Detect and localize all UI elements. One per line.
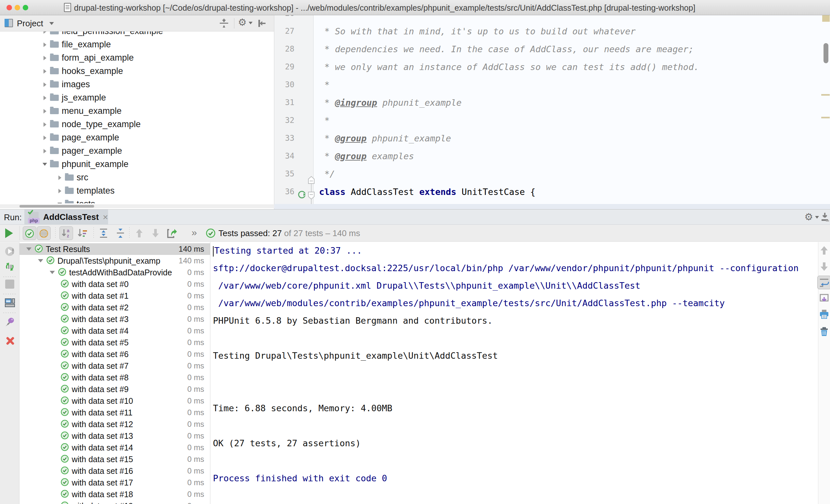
test-tree-row[interactable]: with data set #120 ms [20, 418, 210, 430]
minimize-window-icon[interactable] [14, 5, 20, 10]
test-tree-row[interactable]: with data set #130 ms [20, 430, 210, 442]
editor-line-26[interactable]: 26 [274, 15, 830, 22]
project-tree-item-page_example[interactable]: page_example [0, 131, 274, 144]
project-tree-item-menu_example[interactable]: menu_example [0, 104, 274, 118]
project-tree-item-images[interactable]: images [0, 78, 274, 91]
test-tree-row[interactable]: with data set #70 ms [20, 360, 210, 372]
chevron-down-icon[interactable] [49, 22, 54, 25]
chevron-right-icon[interactable] [41, 56, 49, 60]
soft-wrap-icon[interactable] [819, 277, 829, 288]
test-tree-row[interactable]: with data set #60 ms [20, 348, 210, 360]
chevron-right-icon[interactable] [41, 96, 49, 100]
chevron-right-icon[interactable] [56, 189, 64, 193]
test-tree-row[interactable]: with data set #140 ms [20, 442, 210, 453]
chevron-right-icon[interactable] [41, 69, 49, 74]
test-tree-row[interactable]: with data set #150 ms [20, 453, 210, 465]
scroll-down-icon[interactable] [819, 261, 829, 272]
sort-alphabetically-toggle[interactable]: a z [59, 226, 73, 240]
project-tree-item-hooks_example[interactable]: hooks_example [0, 65, 274, 78]
editor-line-36[interactable]: 36class AddClassTest extends UnitTestCas… [274, 183, 830, 201]
restore-layout-icon[interactable] [4, 297, 15, 308]
test-tree-row[interactable]: with data set #00 ms [20, 278, 210, 290]
test-tree-row[interactable]: with data set #20 ms [20, 302, 210, 313]
rerun-icon[interactable] [4, 261, 15, 272]
test-tree-row[interactable]: testAddWithBadDataProvide0 ms [20, 267, 210, 278]
project-tree-item-src[interactable]: src [0, 171, 274, 184]
run-tab-addclasstest[interactable]: php AddClassTest × [24, 209, 108, 225]
test-tree-row[interactable]: with data set #90 ms [20, 383, 210, 395]
project-tree-item-form_api_example[interactable]: form_api_example [0, 51, 274, 65]
next-failed-test-button[interactable] [149, 226, 162, 240]
import-test-results-button[interactable] [165, 226, 179, 240]
close-window-icon[interactable] [6, 5, 12, 10]
console-output[interactable]: Testing started at 20:37 ...sftp://docke… [211, 242, 818, 504]
project-tree-item-templates[interactable]: templates [0, 184, 274, 198]
collapse-all-icon[interactable] [219, 18, 229, 29]
editor-scrollbar-thumb[interactable] [824, 43, 828, 63]
editor-line-30[interactable]: 30 * [274, 76, 830, 94]
scrollbar-thumb[interactable] [20, 205, 94, 208]
test-tree-row[interactable]: with data set #30 ms [20, 313, 210, 325]
show-ignored-toggle[interactable] [37, 226, 51, 240]
test-tree-row[interactable]: with data set #80 ms [20, 372, 210, 383]
test-tree-row[interactable]: with data set #10 ms [20, 290, 210, 302]
chevron-right-icon[interactable] [41, 149, 49, 154]
hide-panel-icon[interactable] [819, 211, 830, 223]
editor-line-29[interactable]: 29 * we only want an instance of AddClas… [274, 58, 830, 76]
rerun-button[interactable] [5, 228, 13, 238]
project-tree-item-file_example[interactable]: file_example [0, 38, 274, 51]
pin-tab-icon[interactable] [4, 316, 15, 328]
chevron-right-icon[interactable] [41, 122, 49, 127]
print-icon[interactable] [819, 309, 829, 320]
chevron-right-icon[interactable] [41, 31, 49, 34]
project-tree-item-phpunit_example[interactable]: phpunit_example [0, 158, 274, 171]
expand-all-button[interactable] [97, 226, 110, 240]
chevron-right-icon[interactable] [56, 175, 64, 180]
test-tree-row[interactable]: Drupal\Tests\phpunit_examp140 ms [20, 255, 210, 267]
chevron-right-icon[interactable] [41, 82, 49, 87]
project-tree-item-node_type_example[interactable]: node_type_example [0, 118, 274, 131]
editor-line-31[interactable]: 31 * @ingroup phpunit_example [274, 94, 830, 111]
chevron-down-icon[interactable] [49, 271, 56, 274]
chevron-down-icon[interactable] [815, 216, 819, 219]
test-tree-row[interactable]: with data set #190 ms [20, 500, 210, 504]
editor-line-34[interactable]: 34 * @group examples [274, 147, 830, 165]
scroll-up-icon[interactable] [819, 245, 829, 256]
project-panel-title[interactable]: Project [17, 19, 43, 29]
chevron-down-icon[interactable] [37, 259, 44, 262]
fold-start-icon[interactable] [308, 188, 315, 206]
editor-line-35[interactable]: 35 */ [274, 165, 830, 183]
previous-failed-test-button[interactable] [132, 226, 146, 240]
scroll-to-end-icon[interactable] [819, 293, 829, 304]
project-tree-item-tests[interactable]: tests [0, 198, 274, 203]
chevron-right-icon[interactable] [41, 42, 49, 47]
project-tree-item-field_permission_example[interactable]: field_permission_example [0, 31, 274, 38]
close-icon[interactable] [4, 335, 15, 346]
stop-icon[interactable] [4, 278, 15, 290]
test-tree-row[interactable]: with data set #100 ms [20, 395, 210, 407]
test-tree-row[interactable]: with data set #50 ms [20, 337, 210, 348]
zoom-window-icon[interactable] [23, 5, 28, 10]
collapse-all-button[interactable] [114, 226, 127, 240]
rerun-failed-tests-icon[interactable] [4, 246, 15, 257]
chevron-right-icon[interactable] [41, 136, 49, 140]
editor-line-27[interactable]: 27 * So with that in mind, it's up to us… [274, 22, 830, 40]
editor-line-32[interactable]: 32 * [274, 111, 830, 129]
clear-all-icon[interactable] [819, 326, 829, 337]
gear-icon[interactable]: ⚙ [238, 16, 249, 28]
chevron-down-icon[interactable] [25, 247, 32, 251]
test-tree-row[interactable]: with data set #110 ms [20, 407, 210, 418]
sort-by-duration-button[interactable] [76, 226, 89, 240]
chevron-down-icon[interactable] [41, 163, 49, 166]
chevron-down-icon[interactable] [249, 22, 253, 24]
project-tree-item-js_example[interactable]: js_example [0, 91, 274, 104]
editor-line-33[interactable]: 33 * @group phpunit_example [274, 129, 830, 147]
test-tree-row[interactable]: with data set #40 ms [20, 325, 210, 337]
test-tree-row[interactable]: Test Results140 ms [20, 243, 210, 255]
gear-icon[interactable]: ⚙ [804, 211, 813, 223]
test-tree-row[interactable]: with data set #180 ms [20, 489, 210, 500]
close-tab-icon[interactable]: × [103, 212, 108, 223]
test-tree-row[interactable]: with data set #160 ms [20, 465, 210, 477]
show-passed-toggle[interactable] [23, 226, 36, 240]
test-tree-row[interactable]: with data set #170 ms [20, 477, 210, 489]
